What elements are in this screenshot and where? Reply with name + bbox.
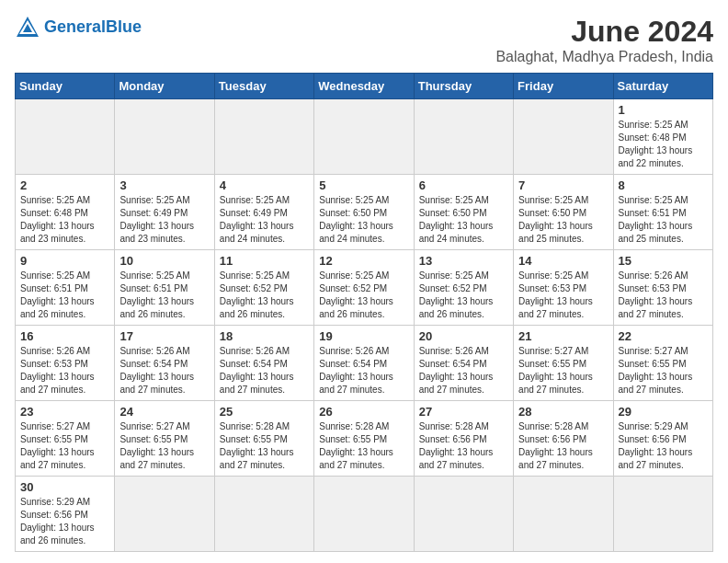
sunset-text: Sunset: 6:55 PM [518,359,586,369]
calendar-cell: 28Sunrise: 5:28 AMSunset: 6:56 PMDayligh… [514,401,613,477]
daylight-text: Daylight: 13 hours and 25 minutes. [518,221,593,244]
day-info: Sunrise: 5:28 AMSunset: 6:55 PMDaylight:… [220,420,309,472]
sunset-text: Sunset: 6:52 PM [220,283,288,293]
sunrise-text: Sunrise: 5:28 AM [518,421,588,431]
day-number: 7 [518,178,608,192]
sunrise-text: Sunrise: 5:27 AM [518,346,588,356]
week-row-6: 30Sunrise: 5:29 AMSunset: 6:56 PMDayligh… [16,477,713,552]
title-block: June 2024 Balaghat, Madhya Pradesh, Indi… [495,15,713,65]
sunrise-text: Sunrise: 5:26 AM [319,346,389,356]
daylight-text: Daylight: 13 hours and 27 minutes. [220,447,294,470]
day-info: Sunrise: 5:25 AMSunset: 6:50 PMDaylight:… [319,194,408,246]
sunrise-text: Sunrise: 5:25 AM [319,270,389,281]
daylight-text: Daylight: 13 hours and 27 minutes. [518,296,593,319]
sunset-text: Sunset: 6:55 PM [619,359,687,369]
daylight-text: Daylight: 13 hours and 27 minutes. [619,372,693,395]
calendar-cell: 13Sunrise: 5:25 AMSunset: 6:52 PMDayligh… [414,250,513,326]
calendar-cell [613,477,712,552]
calendar-cell: 17Sunrise: 5:26 AMSunset: 6:54 PMDayligh… [115,326,214,401]
day-info: Sunrise: 5:26 AMSunset: 6:54 PMDaylight:… [419,345,508,396]
sunrise-text: Sunrise: 5:25 AM [220,270,290,281]
sunrise-text: Sunrise: 5:26 AM [220,346,290,356]
day-number: 14 [518,254,608,268]
day-info: Sunrise: 5:26 AMSunset: 6:54 PMDaylight:… [119,345,209,396]
calendar-cell [414,477,513,552]
day-info: Sunrise: 5:25 AMSunset: 6:52 PMDaylight:… [419,270,508,321]
calendar-cell: 18Sunrise: 5:26 AMSunset: 6:54 PMDayligh… [214,326,313,401]
sunset-text: Sunset: 6:50 PM [319,208,387,218]
day-info: Sunrise: 5:25 AMSunset: 6:48 PMDaylight:… [20,194,109,246]
calendar-cell: 9Sunrise: 5:25 AMSunset: 6:51 PMDaylight… [16,250,115,326]
daylight-text: Daylight: 13 hours and 27 minutes. [419,447,494,470]
day-number: 2 [20,178,109,192]
day-info: Sunrise: 5:25 AMSunset: 6:49 PMDaylight:… [220,194,309,246]
day-info: Sunrise: 5:28 AMSunset: 6:56 PMDaylight:… [518,420,608,472]
day-info: Sunrise: 5:26 AMSunset: 6:54 PMDaylight:… [319,345,408,396]
day-info: Sunrise: 5:28 AMSunset: 6:56 PMDaylight:… [419,420,508,472]
sunset-text: Sunset: 6:48 PM [619,132,687,143]
daylight-text: Daylight: 13 hours and 27 minutes. [319,447,393,470]
day-number: 11 [220,254,309,268]
calendar-cell [115,477,214,552]
day-number: 13 [419,254,508,268]
day-number: 22 [619,329,708,343]
logo-icon [15,15,40,40]
sunset-text: Sunset: 6:56 PM [619,434,687,444]
day-number: 26 [319,405,408,419]
day-info: Sunrise: 5:25 AMSunset: 6:51 PMDaylight:… [619,194,708,246]
calendar-cell [314,99,414,175]
sunrise-text: Sunrise: 5:26 AM [20,346,90,356]
sunset-text: Sunset: 6:55 PM [220,434,288,444]
day-number: 30 [20,480,109,494]
day-info: Sunrise: 5:26 AMSunset: 6:53 PMDaylight:… [20,345,109,396]
day-number: 27 [419,405,508,419]
day-number: 17 [119,329,209,343]
day-info: Sunrise: 5:27 AMSunset: 6:55 PMDaylight:… [119,420,209,472]
daylight-text: Daylight: 13 hours and 23 minutes. [119,221,194,244]
calendar-cell [414,99,513,175]
day-number: 5 [319,178,408,192]
calendar-cell: 26Sunrise: 5:28 AMSunset: 6:55 PMDayligh… [314,401,414,477]
calendar-title: June 2024 [495,15,713,49]
sunrise-text: Sunrise: 5:28 AM [419,421,489,431]
day-number: 9 [20,254,109,268]
daylight-text: Daylight: 13 hours and 27 minutes. [518,447,593,470]
sunrise-text: Sunrise: 5:26 AM [619,270,688,281]
calendar-cell [314,477,414,552]
day-number: 8 [619,178,708,192]
sunset-text: Sunset: 6:51 PM [20,283,88,293]
daylight-text: Daylight: 13 hours and 26 minutes. [220,296,294,319]
day-number: 24 [119,405,209,419]
logo-text: GeneralBlue [44,18,142,37]
calendar-cell: 10Sunrise: 5:25 AMSunset: 6:51 PMDayligh… [115,250,214,326]
calendar-cell: 29Sunrise: 5:29 AMSunset: 6:56 PMDayligh… [613,401,712,477]
sunrise-text: Sunrise: 5:25 AM [518,195,588,205]
calendar-cell [16,99,115,175]
calendar-cell: 6Sunrise: 5:25 AMSunset: 6:50 PMDaylight… [414,175,513,250]
day-number: 28 [518,405,608,419]
calendar-cell: 3Sunrise: 5:25 AMSunset: 6:49 PMDaylight… [115,175,214,250]
calendar-header: SundayMondayTuesdayWednesdayThursdayFrid… [16,74,713,99]
weekday-header-friday: Friday [514,74,613,99]
calendar-cell: 14Sunrise: 5:25 AMSunset: 6:53 PMDayligh… [514,250,613,326]
daylight-text: Daylight: 13 hours and 27 minutes. [20,372,95,395]
sunrise-text: Sunrise: 5:25 AM [119,270,189,281]
day-info: Sunrise: 5:27 AMSunset: 6:55 PMDaylight:… [20,420,109,472]
sunrise-text: Sunrise: 5:28 AM [220,421,290,431]
calendar-cell: 21Sunrise: 5:27 AMSunset: 6:55 PMDayligh… [514,326,613,401]
daylight-text: Daylight: 13 hours and 27 minutes. [119,372,194,395]
sunrise-text: Sunrise: 5:27 AM [619,346,688,356]
weekday-header-monday: Monday [115,74,214,99]
sunset-text: Sunset: 6:53 PM [518,283,586,293]
daylight-text: Daylight: 13 hours and 27 minutes. [619,447,693,470]
calendar-cell [214,99,313,175]
sunset-text: Sunset: 6:51 PM [119,283,188,293]
daylight-text: Daylight: 13 hours and 26 minutes. [20,523,95,546]
daylight-text: Daylight: 13 hours and 26 minutes. [319,296,393,319]
daylight-text: Daylight: 13 hours and 22 minutes. [619,145,693,168]
daylight-text: Daylight: 13 hours and 24 minutes. [419,221,494,244]
day-info: Sunrise: 5:25 AMSunset: 6:50 PMDaylight:… [419,194,508,246]
day-info: Sunrise: 5:25 AMSunset: 6:52 PMDaylight:… [220,270,309,321]
daylight-text: Daylight: 13 hours and 26 minutes. [20,296,95,319]
day-info: Sunrise: 5:27 AMSunset: 6:55 PMDaylight:… [518,345,608,396]
